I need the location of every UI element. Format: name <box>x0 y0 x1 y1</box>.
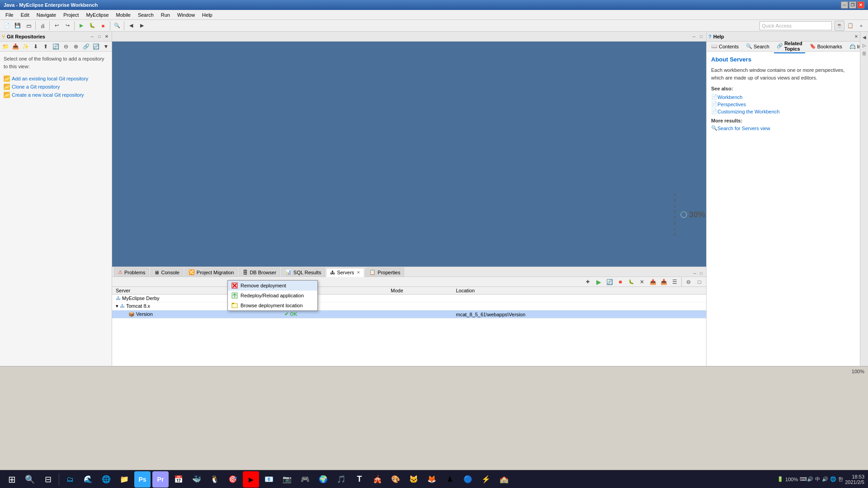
taskbar-cat[interactable]: 🐱 <box>406 471 422 488</box>
tab-problems[interactable]: ⚠ Problems <box>114 267 149 277</box>
undo-button[interactable]: ↩ <box>52 21 61 31</box>
menu-window[interactable]: Window <box>174 11 198 19</box>
git-expand-btn[interactable]: ⊕ <box>71 42 80 52</box>
git-pull-btn[interactable]: 🔄 <box>51 42 61 52</box>
taskbar-t[interactable]: T <box>351 471 368 488</box>
taskbar-eclipse[interactable]: ⚡ <box>478 471 494 488</box>
tab-servers[interactable]: 🖧 Servers ✕ <box>326 268 364 277</box>
table-row[interactable]: 📦 Version ✔ OK mcat_8_5_61\webapps\Versi… <box>112 310 706 319</box>
taskbar-game[interactable]: 🎮 <box>297 471 313 488</box>
maximize-panel-button[interactable]: □ <box>96 33 103 40</box>
minimize-panel-button[interactable]: ─ <box>89 33 95 40</box>
redo-button[interactable]: ↪ <box>62 21 72 31</box>
help-link-customizing[interactable]: 📄 Customizing the Workbench <box>711 108 855 114</box>
tab-bookmarks[interactable]: 🔖 Bookmarks <box>807 42 845 50</box>
taskbar-music[interactable]: 🎵 <box>333 471 349 488</box>
git-clone-btn[interactable]: 📥 <box>11 42 20 52</box>
bottom-maximize-btn[interactable]: □ <box>698 270 704 277</box>
taskbar-ie[interactable]: 🌐 <box>98 471 114 488</box>
taskbar-files[interactable]: 📁 <box>116 471 132 488</box>
editor-minimize-btn[interactable]: ─ <box>691 33 697 40</box>
search-toolbar-button[interactable]: 🔍 <box>112 21 122 31</box>
tab-project-migration[interactable]: 🔀 Project Migration <box>184 267 238 277</box>
servers-new-btn[interactable]: ✚ <box>583 277 593 287</box>
edge-btn1[interactable]: ◀ <box>861 33 868 41</box>
taskbar-chrome[interactable]: 🌍 <box>315 471 331 488</box>
taskbar-edge[interactable]: 🌊 <box>80 471 96 488</box>
git-menu-btn[interactable]: ▼ <box>101 42 111 52</box>
git-link-clone[interactable]: 📂 Clone a Git repository <box>4 84 108 90</box>
taskbar-chess[interactable]: ♟ <box>442 471 458 488</box>
debug-button[interactable]: 🐛 <box>87 21 97 31</box>
servers-debug-btn[interactable]: 🐛 <box>626 277 636 287</box>
tab-db-browser[interactable]: 🗄 DB Browser <box>239 267 280 277</box>
tab-search[interactable]: 🔍 Search <box>743 42 772 50</box>
minimize-button[interactable]: ─ <box>841 1 848 9</box>
tab-related-topics[interactable]: 🔗 Related Topics <box>774 40 805 53</box>
git-new-btn[interactable]: ✨ <box>21 42 30 52</box>
menu-myeclipse[interactable]: MyEclipse <box>82 11 112 19</box>
menu-help[interactable]: Help <box>198 11 216 19</box>
menu-run[interactable]: Run <box>157 11 174 19</box>
help-panel-close[interactable]: ✕ <box>854 34 858 39</box>
menu-mobile[interactable]: Mobile <box>113 11 134 19</box>
taskbar-app5[interactable]: 🎨 <box>387 471 404 488</box>
forward-button[interactable]: ▶ <box>137 21 147 31</box>
tab-console[interactable]: 🖥 Console <box>150 267 183 277</box>
git-add-btn[interactable]: 📁 <box>1 42 10 52</box>
taskbar-app1[interactable]: 📅 <box>170 471 187 488</box>
taskbar-firefox[interactable]: 🦊 <box>424 471 440 488</box>
ctx-remove-deployment[interactable]: Remove deployment <box>228 281 317 291</box>
editor-maximize-btn[interactable]: □ <box>698 33 704 40</box>
quick-access-input[interactable] <box>760 21 832 30</box>
tab-properties[interactable]: 📋 Properties <box>365 267 404 277</box>
git-link-add[interactable]: 📂 Add an existing local Git repository <box>4 75 108 82</box>
servers-maximize-btn2[interactable]: □ <box>694 277 704 287</box>
close-panel-button[interactable]: ✕ <box>104 33 110 40</box>
taskbar-app3[interactable]: ▶ <box>243 471 259 488</box>
bottom-minimize-btn[interactable]: ─ <box>692 270 698 277</box>
taskbar-school[interactable]: 🏫 <box>496 471 512 488</box>
help-link-perspectives-anchor[interactable]: Perspectives <box>717 102 746 107</box>
ctx-browse[interactable]: Browse deployment location <box>228 300 317 310</box>
git-push-btn[interactable]: ⬆ <box>41 42 51 52</box>
java-perspective-btn[interactable]: ☕ <box>835 21 844 31</box>
tab-sql-results[interactable]: 📊 SQL Results <box>281 267 325 277</box>
servers-unpublish-btn[interactable]: 📥 <box>659 277 669 287</box>
ctx-redeploy[interactable]: Redeploy/Reload application <box>228 291 317 300</box>
help-link-workbench[interactable]: 📄 Workbench <box>711 94 855 100</box>
taskbar-app4[interactable]: 🎪 <box>369 471 386 488</box>
taskbar-app2[interactable]: 🎯 <box>225 471 241 488</box>
start-button[interactable]: ⊞ <box>4 471 20 488</box>
perspective-btn2[interactable]: 📋 <box>845 21 855 31</box>
servers-stop-btn[interactable]: ■ <box>615 277 625 287</box>
servers-delete-btn[interactable]: ✕ <box>637 277 647 287</box>
search-taskbar-btn[interactable]: 🔍 <box>22 471 38 488</box>
taskbar-explorer[interactable]: 🗂 <box>62 471 78 488</box>
close-button[interactable]: ✕ <box>857 1 864 9</box>
taskbar-whale[interactable]: 🐳 <box>189 471 205 488</box>
help-link-perspectives[interactable]: 📄 Perspectives <box>711 101 855 107</box>
tab-servers-close[interactable]: ✕ <box>357 270 360 275</box>
help-link-search-servers[interactable]: 🔍 Search for Servers view <box>711 125 855 131</box>
servers-publish-btn[interactable]: 📤 <box>648 277 658 287</box>
servers-restart-btn[interactable]: 🔄 <box>604 277 614 287</box>
servers-start-btn[interactable]: ▶ <box>594 277 604 287</box>
task-view-btn[interactable]: ⊟ <box>40 471 56 488</box>
perspective-btn3[interactable]: + <box>856 21 866 31</box>
edge-btn3[interactable]: ☰ <box>861 50 868 57</box>
git-clone-link[interactable]: Clone a Git repository <box>12 84 60 89</box>
save-all-button[interactable]: 🗃 <box>24 21 33 31</box>
back-button[interactable]: ◀ <box>126 21 136 31</box>
taskbar-premiere[interactable]: Pr <box>152 471 169 488</box>
restore-button[interactable]: ❐ <box>849 1 856 9</box>
taskbar-camera[interactable]: 📷 <box>279 471 295 488</box>
git-refresh-btn[interactable]: 🔃 <box>91 42 101 52</box>
help-link-customizing-anchor[interactable]: Customizing the Workbench <box>717 109 779 114</box>
tab-contents[interactable]: 📖 Contents <box>708 42 741 50</box>
table-row[interactable]: 🖧 MyEclipse Derby ⏹ Stopped <box>112 295 706 302</box>
menu-project[interactable]: Project <box>60 11 82 19</box>
menu-navigate[interactable]: Navigate <box>33 11 60 19</box>
git-fetch-btn[interactable]: ⬇ <box>31 42 41 52</box>
taskbar-penguin[interactable]: 🐧 <box>207 471 223 488</box>
